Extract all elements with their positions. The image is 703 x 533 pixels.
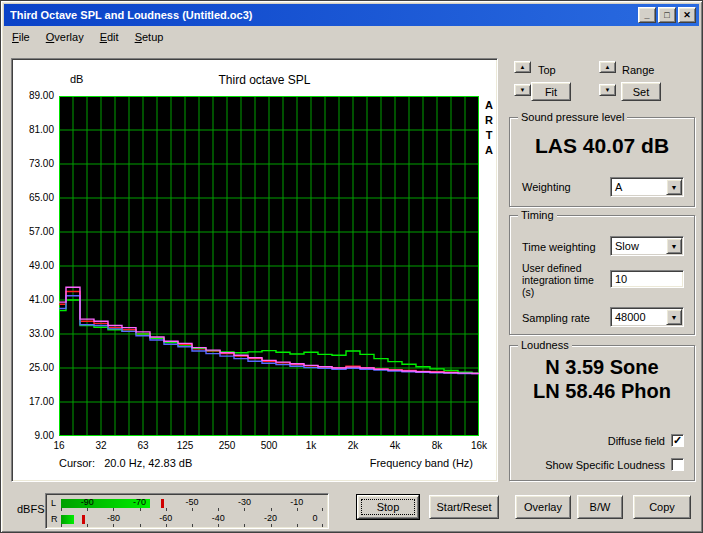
range-spin-up-icon[interactable]: ▲ <box>599 61 616 73</box>
level-meter-panel: L -90-70-50-30-10 R -80-60-40-200 <box>45 493 329 529</box>
meter-tick <box>113 524 114 527</box>
menu-bar: File Overlay Edit Setup <box>4 26 699 47</box>
diffuse-field-checkbox[interactable]: ✓ <box>671 434 684 447</box>
integration-time-input[interactable]: 10 <box>610 270 684 288</box>
y-tick-label: 81.00 <box>16 124 54 135</box>
loudness-group-label: Loudness <box>518 339 572 351</box>
meter-tick <box>322 508 323 511</box>
dropdown-arrow-icon[interactable]: ▼ <box>666 238 682 254</box>
app-window: Third Octave SPL and Loudness (Untitled.… <box>0 0 703 533</box>
meter-scale-number: -50 <box>185 497 198 507</box>
y-tick-label: 33.00 <box>16 328 54 339</box>
meter-channel-label: R <box>51 514 58 524</box>
meter-scale-number: 0 <box>313 513 318 523</box>
fit-button[interactable]: Fit <box>531 82 571 101</box>
meter-peak-marker <box>161 499 164 508</box>
meter-tick <box>140 508 141 511</box>
sampling-rate-value: 48000 <box>611 311 666 323</box>
meter-tick <box>166 524 167 527</box>
meter-tick <box>192 508 193 511</box>
x-tick-label: 250 <box>219 440 236 451</box>
meter-tick <box>297 524 298 527</box>
dropdown-arrow-icon[interactable]: ▼ <box>666 179 682 195</box>
set-button[interactable]: Set <box>621 82 661 101</box>
meter-level-bar <box>61 515 74 524</box>
y-tick-label: 89.00 <box>16 90 54 101</box>
stop-button[interactable]: Stop <box>357 495 419 519</box>
menu-overlay[interactable]: Overlay <box>38 28 92 46</box>
y-tick-label: 41.00 <box>16 294 54 305</box>
top-spin-down-icon[interactable]: ▼ <box>514 84 531 96</box>
start-reset-button[interactable]: Start/Reset <box>429 495 499 519</box>
meter-tick <box>322 524 323 527</box>
loudness-groupbox: Loudness N 3.59 Sone LN 58.46 Phon Diffu… <box>509 345 695 481</box>
meter-scale-number: -70 <box>133 497 146 507</box>
meter-tick <box>140 524 141 527</box>
sampling-rate-dropdown[interactable]: 48000 ▼ <box>610 307 684 327</box>
title-bar[interactable]: Third Octave SPL and Loudness (Untitled.… <box>4 4 699 26</box>
weighting-value: A <box>611 181 666 193</box>
meter-tick <box>61 508 62 511</box>
top-spin-up-icon[interactable]: ▲ <box>514 61 531 73</box>
specific-loudness-checkbox[interactable] <box>671 458 684 471</box>
dropdown-arrow-icon[interactable]: ▼ <box>666 309 682 325</box>
x-tick-label: 2k <box>348 440 359 451</box>
time-weighting-value: Slow <box>611 240 666 252</box>
sampling-rate-label: Sampling rate <box>522 312 590 324</box>
diffuse-field-row: Diffuse field ✓ <box>608 434 684 447</box>
bw-button[interactable]: B/W <box>577 495 623 519</box>
meter-tick <box>218 524 219 527</box>
menu-edit[interactable]: Edit <box>92 28 127 46</box>
maximize-button-icon[interactable]: □ <box>658 7 676 23</box>
spl-value: LAS 40.07 dB <box>510 134 694 158</box>
meter-scale-number: -20 <box>264 513 277 523</box>
overlay-button[interactable]: Overlay <box>515 495 571 519</box>
x-tick-label: 16 <box>53 440 64 451</box>
window-controls: _ □ ✕ <box>638 7 699 23</box>
y-tick-label: 17.00 <box>16 396 54 407</box>
meter-channel-label: L <box>51 498 56 508</box>
y-tick-label: 9.00 <box>16 430 54 441</box>
x-tick-label: 8k <box>432 440 443 451</box>
weighting-label: Weighting <box>522 181 571 193</box>
meter-peak-marker <box>82 515 85 524</box>
meter-row-left: L -90-70-50-30-10 <box>49 496 325 511</box>
meter-row-right: R -80-60-40-200 <box>49 512 325 527</box>
meter-tick <box>87 524 88 527</box>
minimize-button-icon[interactable]: _ <box>638 7 656 23</box>
plot-area[interactable] <box>59 96 479 436</box>
menu-setup[interactable]: Setup <box>127 28 172 46</box>
integration-time-label: User defined integration time (s) <box>522 262 608 298</box>
meter-tick <box>192 524 193 527</box>
range-spin-down-icon[interactable]: ▼ <box>599 84 616 96</box>
dbfs-label: dBFS <box>17 503 45 515</box>
meter-tick <box>218 508 219 511</box>
x-tick-label: 500 <box>261 440 278 451</box>
x-tick-label: 125 <box>177 440 194 451</box>
x-tick-label: 1k <box>306 440 317 451</box>
x-tick-label: 4k <box>390 440 401 451</box>
time-weighting-dropdown[interactable]: Slow ▼ <box>610 236 684 256</box>
weighting-dropdown[interactable]: A ▼ <box>610 177 684 197</box>
cursor-readout: Cursor: 20.0 Hz, 42.83 dB <box>59 457 192 469</box>
loudness-sone-value: N 3.59 Sone <box>510 356 694 379</box>
spl-groupbox: Sound pressure level LAS 40.07 dB Weight… <box>509 117 695 207</box>
meter-tick <box>87 508 88 511</box>
timing-group-label: Timing <box>518 209 557 221</box>
timing-groupbox: Timing Time weighting Slow ▼ User define… <box>509 215 695 335</box>
meter-scale-number: -80 <box>107 513 120 523</box>
x-axis-title: Frequency band (Hz) <box>370 457 473 469</box>
range-label: Range <box>622 64 654 76</box>
meter-scale-number: -10 <box>290 497 303 507</box>
window-title: Third Octave SPL and Loudness (Untitled.… <box>10 9 638 21</box>
x-tick-label: 16k <box>471 440 487 451</box>
y-tick-label: 73.00 <box>16 158 54 169</box>
menu-file[interactable]: File <box>4 28 38 46</box>
y-tick-label: 25.00 <box>16 362 54 373</box>
close-button-icon[interactable]: ✕ <box>678 7 696 23</box>
specific-loudness-label: Show Specific Loudness <box>545 459 665 471</box>
y-tick-label: 65.00 <box>16 192 54 203</box>
copy-button[interactable]: Copy <box>633 495 691 519</box>
meter-tick <box>271 508 272 511</box>
meter-scale-number: -90 <box>81 497 94 507</box>
